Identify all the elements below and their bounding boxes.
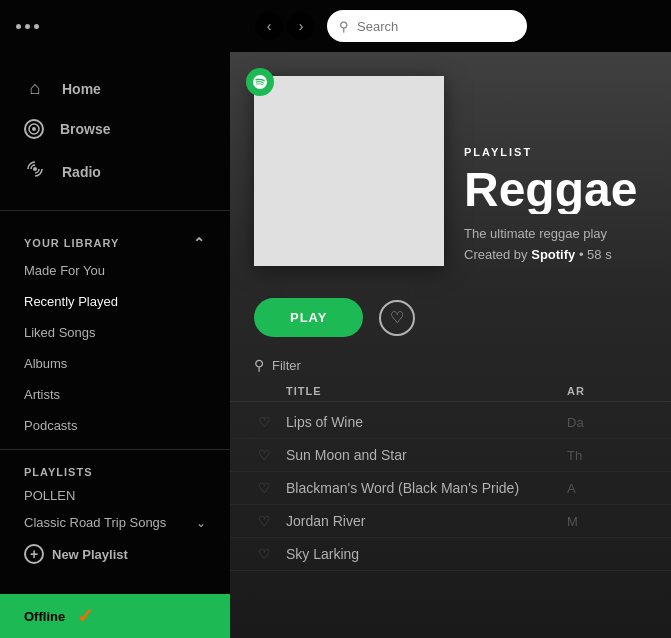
sidebar-nav: ⌂ Home Browse Radio — [0, 52, 230, 202]
track-list: ♡ Lips of Wine Da ♡ Sun Moon and Star Th… — [230, 406, 671, 571]
sidebar-item-radio[interactable]: Radio — [0, 149, 230, 194]
bullet: • — [579, 247, 587, 262]
track-row: ♡ Sky Larking — [230, 538, 671, 571]
track-row: ♡ Jordan River M — [230, 505, 671, 538]
browse-icon — [24, 119, 44, 139]
track-title-2: Sun Moon and Star — [286, 447, 555, 463]
track-artist-2: Th — [567, 448, 647, 463]
svg-point-2 — [33, 167, 37, 171]
playlist-type-label: PLAYLIST — [464, 146, 647, 158]
track-row: ♡ Blackman's Word (Black Man's Pride) A — [230, 472, 671, 505]
track-row: ♡ Lips of Wine Da — [230, 406, 671, 439]
sidebar-item-made-for-you[interactable]: Made For You — [0, 255, 230, 286]
sidebar-item-radio-label: Radio — [62, 164, 101, 180]
forward-arrow[interactable]: › — [287, 12, 315, 40]
sidebar-scroll: Made For You Recently Played Liked Songs… — [0, 255, 230, 594]
playlist-item-pollen[interactable]: POLLEN — [0, 482, 230, 509]
track-count: 58 s — [587, 247, 612, 262]
sidebar-item-liked-songs[interactable]: Liked Songs — [0, 317, 230, 348]
track-title-1: Lips of Wine — [286, 414, 555, 430]
track-heart-1[interactable]: ♡ — [254, 414, 274, 430]
track-heart-2[interactable]: ♡ — [254, 447, 274, 463]
playlist-cover — [254, 76, 444, 266]
sidebar-divider-1 — [0, 210, 230, 211]
sidebar-item-browse-label: Browse — [60, 121, 111, 137]
playlist-info: PLAYLIST Reggae The ultimate reggae play… — [464, 146, 647, 266]
track-heart-4[interactable]: ♡ — [254, 513, 274, 529]
playlist-controls: PLAY ♡ — [230, 282, 671, 353]
track-heart-3[interactable]: ♡ — [254, 480, 274, 496]
sidebar-item-home[interactable]: ⌂ Home — [0, 68, 230, 109]
radio-icon — [24, 159, 46, 184]
track-header-title: TITLE — [286, 385, 567, 397]
sidebar: ⌂ Home Browse Radio — [0, 52, 230, 638]
main-layout: ⌂ Home Browse Radio — [0, 52, 671, 638]
sidebar-item-home-label: Home — [62, 81, 101, 97]
filter-bar: ⚲ Filter — [230, 353, 671, 381]
plus-icon: + — [24, 544, 44, 564]
creator-link[interactable]: Spotify — [531, 247, 575, 262]
home-icon: ⌂ — [24, 78, 46, 99]
playlist-chevron: ⌄ — [196, 516, 206, 530]
top-bar: ‹ › ⚲ — [0, 0, 671, 52]
search-bar[interactable]: ⚲ — [327, 10, 527, 42]
sidebar-divider-2 — [0, 449, 230, 450]
offline-check-icon: ✓ — [77, 604, 94, 628]
playlists-label: Playlists — [0, 458, 230, 482]
content-area: PLAYLIST Reggae The ultimate reggae play… — [230, 52, 671, 638]
track-artist-3: A — [567, 481, 647, 496]
track-heart-5[interactable]: ♡ — [254, 546, 274, 562]
sidebar-item-albums[interactable]: Albums — [0, 348, 230, 379]
sidebar-item-podcasts[interactable]: Podcasts — [0, 410, 230, 441]
search-icon: ⚲ — [339, 19, 349, 34]
playlist-meta: Created by Spotify • 58 s — [464, 247, 647, 262]
search-input[interactable] — [357, 19, 515, 34]
playlist-title: Reggae — [464, 166, 647, 214]
back-arrow[interactable]: ‹ — [255, 12, 283, 40]
heart-button[interactable]: ♡ — [379, 300, 415, 336]
track-row: ♡ Sun Moon and Star Th — [230, 439, 671, 472]
svg-point-0 — [32, 127, 36, 131]
filter-icon: ⚲ — [254, 357, 264, 373]
play-button[interactable]: PLAY — [254, 298, 363, 337]
new-playlist-label: New Playlist — [52, 547, 128, 562]
track-header-artist: AR — [567, 385, 647, 397]
track-title-4: Jordan River — [286, 513, 555, 529]
new-playlist-button[interactable]: + New Playlist — [0, 536, 230, 572]
sidebar-item-browse[interactable]: Browse — [0, 109, 230, 149]
filter-label: Filter — [272, 358, 301, 373]
sidebar-item-artists[interactable]: Artists — [0, 379, 230, 410]
track-title-5: Sky Larking — [286, 546, 555, 562]
track-artist-4: M — [567, 514, 647, 529]
playlist-header: PLAYLIST Reggae The ultimate reggae play… — [230, 52, 671, 282]
library-section-label: Your Library — [24, 237, 119, 249]
spotify-logo — [246, 68, 274, 96]
sidebar-item-recently-played[interactable]: Recently Played — [0, 286, 230, 317]
track-artist-1: Da — [567, 415, 647, 430]
created-by-text: Created by — [464, 247, 528, 262]
track-title-3: Blackman's Word (Black Man's Pride) — [286, 480, 555, 496]
offline-label: Offline — [24, 609, 65, 624]
library-chevron[interactable]: ⌃ — [193, 235, 206, 251]
playlist-description: The ultimate reggae play — [464, 226, 647, 241]
playlist-item-classic[interactable]: Classic Road Trip Songs ⌄ — [0, 509, 230, 536]
track-list-header: TITLE AR — [230, 381, 671, 402]
nav-arrows: ‹ › — [255, 12, 315, 40]
library-section: Your Library ⌃ — [0, 219, 230, 255]
offline-bar[interactable]: Offline ✓ — [0, 594, 230, 638]
window-dots — [16, 24, 39, 29]
